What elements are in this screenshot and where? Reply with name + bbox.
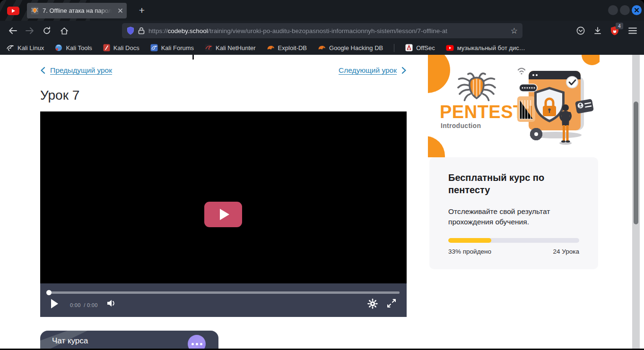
pinned-tab-youtube[interactable] [7, 7, 19, 15]
bookmark-kali-nethunter[interactable]: Kali NetHunter [205, 44, 256, 51]
player-controls: 0:00 / 0:00 [40, 283, 407, 317]
brand-title: PENTEST [440, 102, 524, 122]
course-card-title: Бесплатный курс по пентесту [448, 171, 569, 196]
youtube-icon [12, 9, 15, 13]
kali-nethunter-icon [205, 44, 212, 51]
forward-button[interactable] [24, 25, 35, 36]
previous-lesson-link[interactable]: Предыдущий урок [40, 66, 112, 75]
course-banner: PENTEST Introduction [428, 55, 600, 157]
fullscreen-icon [387, 299, 396, 308]
minimize-button[interactable] [608, 5, 618, 15]
chevron-left-icon [40, 67, 45, 74]
home-icon [60, 27, 69, 35]
scrollbar-thumb[interactable] [634, 102, 638, 224]
new-tab-button[interactable]: + [135, 4, 148, 17]
tab-close-icon[interactable] [118, 8, 123, 13]
page-content: Предыдущий урок Следующий урок Урок 7 [0, 55, 644, 349]
bookmark-kali-linux[interactable]: Kali Linux [7, 44, 44, 51]
maximize-button[interactable] [620, 5, 630, 15]
codeby-favicon [31, 7, 39, 15]
chat-title: Чат курса [52, 336, 88, 346]
lesson-title: Урок 7 [40, 88, 79, 103]
tracking-shield-icon[interactable] [127, 26, 134, 35]
progress-percent-label: 33% пройдено [448, 248, 491, 255]
course-progress-fill [448, 238, 491, 243]
bookmark-kali-tools[interactable]: Kali Tools [55, 44, 92, 51]
offsec-icon [405, 44, 413, 51]
pocket-button[interactable] [575, 25, 586, 36]
home-button[interactable] [59, 25, 70, 36]
course-card-description: Отслеживайте свой результат прохождения … [448, 206, 566, 227]
url-text: https://codeby.school/training/view/urok… [148, 27, 507, 34]
bookmarks-bar: Kali Linux Kali Tools Kali Docs Kali For… [0, 41, 644, 55]
volume-icon [106, 299, 117, 308]
kali-linux-icon [7, 44, 14, 51]
bookmark-kali-docs[interactable]: Kali Docs [103, 44, 139, 51]
close-icon [634, 8, 639, 13]
course-chat-panel[interactable]: Чат курса [40, 331, 218, 349]
tab-bar: 7. Offline атака на пароли + [0, 0, 644, 21]
play-icon [220, 209, 229, 220]
clipped-heading-artifact [192, 55, 194, 60]
bookmark-star-icon[interactable]: ☆ [511, 27, 518, 35]
browser-window: 7. Offline атака на пароли + [0, 0, 644, 350]
orange-circle-decoration [428, 55, 450, 93]
bookmark-exploit-db[interactable]: Exploit-DB [267, 44, 307, 51]
bookmark-offsec[interactable]: OffSec [405, 44, 435, 51]
downloads-button[interactable] [592, 25, 603, 36]
reload-icon [43, 26, 51, 35]
kali-docs-icon [103, 44, 110, 51]
pentest-spider-logo [455, 69, 498, 103]
bookmark-music-bot[interactable]: музыкальный бот дис… [446, 44, 525, 51]
hamburger-icon [628, 27, 637, 34]
exploit-db-icon [267, 44, 275, 51]
lesson-navigation: Предыдущий урок Следующий урок [40, 66, 407, 75]
fullscreen-button[interactable] [387, 299, 396, 308]
forward-icon [26, 27, 35, 34]
settings-button[interactable] [367, 299, 378, 309]
tab-title: 7. Offline атака на пароли [43, 7, 114, 14]
kali-forums-icon [150, 44, 158, 51]
kali-tools-icon [55, 44, 62, 51]
reload-button[interactable] [41, 25, 52, 36]
course-progress-card: Бесплатный курс по пентесту Отслеживайте… [429, 157, 598, 269]
bookmarks-separator [394, 44, 394, 52]
google-hacking-db-icon [318, 44, 326, 51]
security-illustration [515, 60, 600, 147]
back-button[interactable] [7, 25, 18, 36]
navigation-toolbar: https://codeby.school/training/view/urok… [0, 21, 644, 41]
seek-handle[interactable] [46, 290, 52, 295]
volume-button[interactable] [106, 299, 117, 308]
next-lesson-link[interactable]: Следующий урок [339, 66, 407, 75]
url-bar[interactable]: https://codeby.school/training/view/urok… [122, 23, 522, 38]
lock-icon[interactable] [138, 27, 145, 34]
download-icon [593, 26, 602, 35]
gear-icon [367, 299, 378, 309]
scrollbar-track[interactable] [632, 55, 640, 349]
active-tab[interactable]: 7. Offline атака на пароли [27, 3, 127, 18]
menu-button[interactable] [627, 25, 638, 36]
lessons-count-label: 24 Урока [553, 248, 579, 255]
video-surface[interactable] [40, 111, 407, 283]
back-icon [8, 27, 17, 34]
pocket-icon [576, 26, 585, 35]
orange-circle-decoration [428, 136, 445, 157]
video-player: 0:00 / 0:00 [40, 111, 407, 317]
brand-subtitle: Introduction [441, 122, 481, 129]
play-button[interactable] [51, 299, 58, 308]
extension-badge: 4 [616, 23, 623, 29]
course-progress-bar [448, 238, 579, 243]
bookmark-google-hacking-db[interactable]: Google Hacking DB [318, 44, 383, 51]
seek-bar[interactable] [47, 291, 400, 294]
chat-bubble-icon[interactable] [188, 335, 206, 349]
big-play-button[interactable] [204, 202, 242, 227]
time-display: 0:00 / 0:00 [70, 302, 98, 308]
close-button[interactable] [632, 5, 642, 15]
chevron-right-icon [401, 67, 407, 74]
bookmark-kali-forums[interactable]: Kali Forums [150, 44, 194, 51]
youtube-icon [446, 45, 454, 51]
